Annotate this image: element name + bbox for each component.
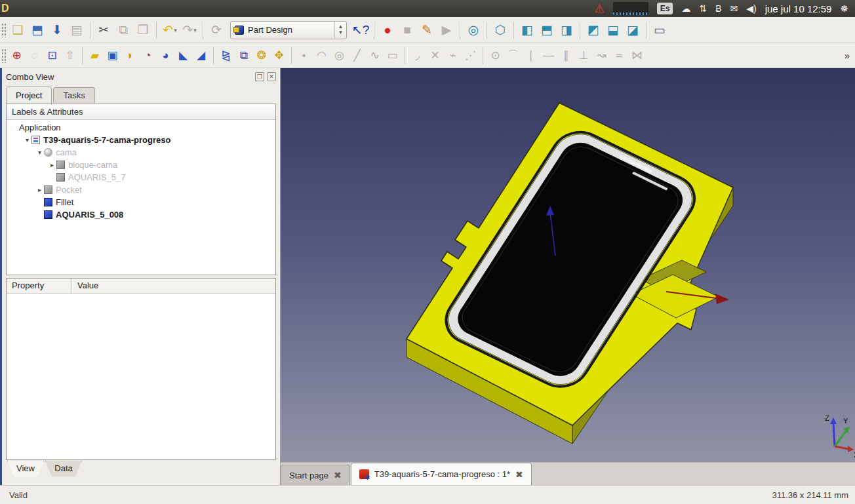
tree-item-pocket[interactable]: ▸Pocket xyxy=(7,184,275,196)
workbench-selector-spinner[interactable]: ▲▼ xyxy=(334,22,346,39)
3d-viewport[interactable]: Z Y X xyxy=(281,68,855,462)
fillet-button[interactable]: ◕ xyxy=(157,47,174,64)
view-top-button[interactable]: ⬒ xyxy=(537,20,557,40)
edit-sketch-button[interactable]: ◌ xyxy=(26,47,43,64)
bluetooth-icon[interactable]: Ƀ xyxy=(715,4,721,13)
copy-button[interactable]: ⧉ xyxy=(113,20,133,40)
document-tab[interactable]: Start page✖ xyxy=(281,465,350,485)
constraint-parallel-button[interactable]: ∥ xyxy=(557,47,575,64)
tab-project[interactable]: Project xyxy=(6,87,52,104)
multitransform-button[interactable]: ✥ xyxy=(270,47,288,64)
constraint-tangent-button[interactable]: ↝ xyxy=(593,47,610,64)
refresh-button[interactable]: ⟳ xyxy=(207,20,226,40)
view-left-button[interactable]: ◪ xyxy=(623,20,643,40)
sketch-arc-tool[interactable]: ◠ xyxy=(313,47,330,64)
cut-button[interactable]: ✂ xyxy=(94,20,113,40)
linear-pattern-button[interactable]: ⧉ xyxy=(235,47,252,64)
redo-button[interactable]: ↷▾ xyxy=(180,20,199,40)
view-front-button[interactable]: ◧ xyxy=(517,20,537,40)
open-document-button[interactable]: ⬒ xyxy=(28,20,47,40)
toolbar-drag-handle[interactable] xyxy=(1,48,7,63)
map-sketch-to-face-button[interactable]: ⊡ xyxy=(43,47,61,64)
sketch-point-tool[interactable]: • xyxy=(295,47,313,64)
keyboard-layout-indicator[interactable]: Es xyxy=(657,3,673,14)
construction-mode-toggle[interactable]: ⋰ xyxy=(462,47,479,64)
panel-float-button[interactable]: ❐ xyxy=(255,72,264,81)
mirrored-button[interactable]: ⧎ xyxy=(217,47,235,64)
measure-distance-button[interactable]: ▭ xyxy=(650,20,669,40)
sketch-circle-tool[interactable]: ◎ xyxy=(330,47,348,64)
value-column-header[interactable]: Value xyxy=(72,279,275,293)
tree-item-aquaris_5_008[interactable]: AQUARIS_5_008 xyxy=(7,208,275,221)
view-right-button[interactable]: ◨ xyxy=(557,20,576,40)
volume-icon[interactable]: ◀) xyxy=(746,4,756,13)
tree-item-aquaris_5_7[interactable]: AQUARIS_5_7 xyxy=(7,171,275,184)
zoom-fit-all-button[interactable]: ◎ xyxy=(464,20,483,40)
property-column-header[interactable]: Property xyxy=(7,279,72,293)
macro-edit-button[interactable]: ✎ xyxy=(417,20,437,40)
tree-item-fillet[interactable]: Fillet xyxy=(7,196,275,208)
tab-tasks[interactable]: Tasks xyxy=(53,87,94,103)
view-axonometric-button[interactable]: ⬡ xyxy=(490,20,510,40)
toolbar-drag-handle[interactable] xyxy=(1,23,7,37)
tree-item-application[interactable]: Application xyxy=(7,121,275,134)
constraint-point-on-object-button[interactable]: ⌒ xyxy=(504,47,522,64)
tree-item-t39-aquaris-5-7-cama-progreso[interactable]: ▾T39-aquaris-5-7-cama-progreso xyxy=(7,134,275,146)
constraint-symmetric-button[interactable]: ⋈ xyxy=(628,47,646,64)
chamfer-button[interactable]: ◣ xyxy=(174,47,192,64)
cloud-icon[interactable]: ☁ xyxy=(681,4,690,13)
toolbar-overflow-chevron[interactable]: » xyxy=(845,50,850,61)
external-geometry-tool[interactable]: ⌁ xyxy=(444,47,462,64)
document-tab[interactable]: T39-aquaris-5-7-cama-progreso : 1*✖ xyxy=(351,463,532,485)
session-gear-icon[interactable]: ☸ xyxy=(840,4,848,13)
tab-close-icon[interactable]: ✖ xyxy=(515,469,523,480)
clock[interactable]: jue jul 10 12:59 xyxy=(765,3,832,14)
tab-close-icon[interactable]: ✖ xyxy=(334,470,342,480)
new-document-button[interactable]: ❏ xyxy=(8,20,28,40)
pocket-button[interactable]: ▣ xyxy=(104,47,121,64)
view-bottom-button[interactable]: ⬓ xyxy=(603,20,623,40)
workbench-selector[interactable]: Part Design ▲▼ xyxy=(230,21,347,39)
tree-expander-icon[interactable]: ▾ xyxy=(23,136,31,144)
undo-button[interactable]: ↶▾ xyxy=(160,20,180,40)
sketch-rectangle-tool[interactable]: ▭ xyxy=(384,47,401,64)
groove-button[interactable]: ◔ xyxy=(139,47,157,64)
save-button[interactable]: ⬇ xyxy=(47,20,67,40)
macro-record-button[interactable]: ● xyxy=(378,20,397,40)
paste-button[interactable]: ❐ xyxy=(133,20,153,40)
network-updown-icon[interactable]: ⇅ xyxy=(699,4,707,13)
tab-view[interactable]: View xyxy=(7,461,44,478)
sketch-line-tool[interactable]: ╱ xyxy=(348,47,366,64)
constraint-equal-button[interactable]: ＝ xyxy=(610,47,628,64)
constraint-coincident-button[interactable]: ⊙ xyxy=(487,47,504,64)
draft-button[interactable]: ◢ xyxy=(192,47,210,64)
sketch-polyline-tool[interactable]: ∿ xyxy=(366,47,384,64)
panel-close-button[interactable]: ✕ xyxy=(267,72,276,81)
tree-expander-icon[interactable]: ▸ xyxy=(48,161,56,168)
leave-sketch-button[interactable]: ⇧ xyxy=(61,47,79,64)
polar-pattern-button[interactable]: ❂ xyxy=(252,47,270,64)
revolution-button[interactable]: ◗ xyxy=(121,47,139,64)
view-rear-button[interactable]: ◩ xyxy=(584,20,603,40)
warning-indicator-icon[interactable]: ⚠ xyxy=(595,3,605,14)
undo-button-dropdown-caret[interactable]: ▾ xyxy=(174,27,177,33)
whats-this-button[interactable]: ↖? xyxy=(351,20,370,40)
constraint-perpendicular-button[interactable]: ⊥ xyxy=(575,47,593,64)
print-button[interactable]: ▤ xyxy=(67,20,87,40)
redo-button-dropdown-caret[interactable]: ▾ xyxy=(193,27,197,33)
create-sketch-button[interactable]: ⊕ xyxy=(8,47,26,64)
tab-data[interactable]: Data xyxy=(45,461,82,478)
macro-execute-button[interactable]: ▶ xyxy=(437,20,456,40)
macro-stop-button[interactable]: ■ xyxy=(397,20,417,40)
constraint-vertical-button[interactable]: ∣ xyxy=(522,47,540,64)
constraint-horizontal-button[interactable]: ― xyxy=(540,47,557,64)
sketch-trim-tool[interactable]: ✕ xyxy=(426,47,444,64)
tree-item-cama[interactable]: ▾cama xyxy=(7,146,275,159)
sketch-fillet-tool[interactable]: ◞ xyxy=(408,47,426,64)
tree-expander-icon[interactable]: ▸ xyxy=(35,186,44,193)
tree-item-bloque-cama[interactable]: ▸bloque-cama xyxy=(7,159,275,171)
mail-icon[interactable]: ✉ xyxy=(730,4,738,13)
pad-button[interactable]: ▰ xyxy=(86,47,104,64)
system-monitor-graph[interactable] xyxy=(613,2,648,15)
tree-expander-icon[interactable]: ▾ xyxy=(35,149,44,156)
